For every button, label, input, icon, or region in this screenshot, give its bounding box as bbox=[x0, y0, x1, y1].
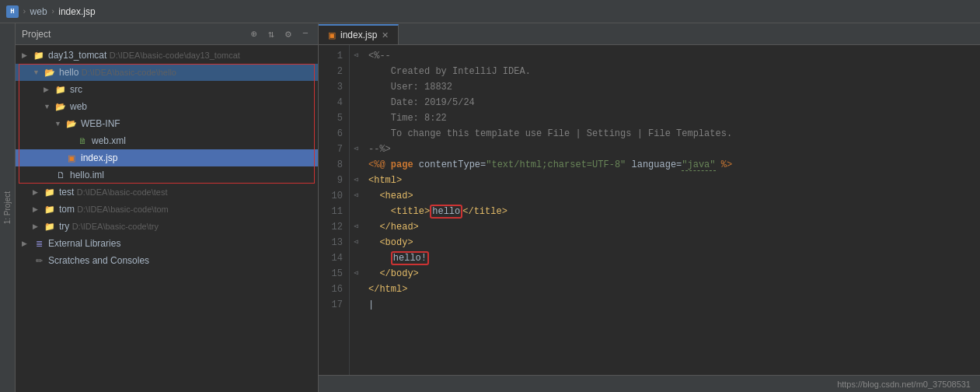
arrow-scratches bbox=[22, 257, 33, 264]
arrow-webinf: ▼ bbox=[54, 120, 65, 128]
tree-item-web[interactable]: ▼ 📂 web bbox=[16, 98, 318, 115]
status-bar: https://blog.csdn.net/m0_37508531 bbox=[319, 375, 980, 392]
tree-label-helloiml: hello.iml bbox=[70, 170, 104, 180]
tree-item-hello[interactable]: ▼ 📂 hello D:\IDEA\basic-code\hello bbox=[16, 64, 318, 81]
folder-icon-hello: 📂 bbox=[44, 66, 56, 79]
folder-icon-test: 📁 bbox=[44, 186, 56, 198]
tree-label-extlibs: External Libraries bbox=[48, 238, 120, 249]
file-icon-indexjsp: ▣ bbox=[65, 152, 78, 164]
fold-3 bbox=[350, 79, 362, 95]
folder-icon-try: 📁 bbox=[44, 220, 56, 233]
project-tree: ▶ 📁 day13_tomcat D:\IDEA\basic-code\day1… bbox=[16, 45, 318, 392]
tree-item-src[interactable]: ▶ 📁 src bbox=[16, 81, 318, 98]
fold-4 bbox=[350, 95, 362, 110]
editor-content: 12345 678910 1112131415 1617 ⊲ ⊲ ⊲ ⊲ ⊲ ⊲ bbox=[319, 45, 980, 375]
fold-10[interactable]: ⊲ bbox=[350, 188, 362, 204]
globe-toolbar-icon[interactable]: ⊕ bbox=[248, 28, 260, 40]
file-icon-webxml: 🗎 bbox=[76, 135, 89, 147]
arrow-day13: ▶ bbox=[22, 51, 33, 59]
fold-8 bbox=[350, 157, 362, 173]
arrow-web: ▼ bbox=[44, 103, 54, 110]
tab-label: index.jsp bbox=[340, 30, 377, 40]
breadcrumb-web: web bbox=[30, 6, 47, 17]
tab-file-icon: ▣ bbox=[328, 30, 336, 40]
tree-label-hello: hello D:\IDEA\basic-code\hello bbox=[59, 67, 176, 78]
libraries-icon: ≣ bbox=[33, 237, 45, 250]
tree-label-webxml: web.xml bbox=[92, 135, 126, 146]
arrow-hello: ▼ bbox=[33, 68, 44, 76]
sidebar-strip: 1: Project bbox=[0, 23, 16, 392]
sidebar-strip-label: 1: Project bbox=[3, 191, 12, 224]
editor-area: ▣ index.jsp ✕ 12345 678910 1112131415 16… bbox=[319, 23, 980, 392]
fold-7[interactable]: ⊲ bbox=[350, 142, 362, 157]
tree-item-extlibs[interactable]: ▶ ≣ External Libraries bbox=[16, 235, 318, 252]
gear-toolbar-icon[interactable]: ⚙ bbox=[282, 28, 295, 40]
folder-icon-src: 📁 bbox=[54, 83, 67, 96]
arrow-try: ▶ bbox=[33, 222, 44, 230]
fold-5 bbox=[350, 110, 362, 126]
fold-2 bbox=[350, 64, 362, 79]
arrow-test: ▶ bbox=[33, 188, 44, 196]
arrow-tom: ▶ bbox=[33, 205, 44, 213]
tree-item-indexjsp[interactable]: ▣ index.jsp bbox=[16, 149, 318, 166]
folder-icon-tom: 📁 bbox=[44, 203, 56, 215]
tree-label-try: try D:\IDEA\basic-code\try bbox=[59, 221, 159, 232]
fold-6 bbox=[350, 126, 362, 142]
tree-item-scratches[interactable]: ✏ Scratches and Consoles bbox=[16, 252, 318, 269]
status-url: https://blog.csdn.net/m0_37508531 bbox=[837, 380, 971, 389]
breadcrumb-file: index.jsp bbox=[58, 6, 95, 17]
fold-12[interactable]: ⊲ bbox=[350, 219, 362, 235]
project-toolbar: Project ⊕ ⇅ ⚙ − bbox=[16, 23, 318, 45]
editor-tabs: ▣ index.jsp ✕ bbox=[319, 23, 980, 45]
tab-close-icon[interactable]: ✕ bbox=[382, 30, 389, 40]
tree-item-try[interactable]: ▶ 📁 try D:\IDEA\basic-code\try bbox=[16, 218, 318, 235]
tree-item-webxml[interactable]: 🗎 web.xml bbox=[16, 132, 318, 149]
fold-1[interactable]: ⊲ bbox=[350, 48, 362, 64]
tree-label-day13: day13_tomcat D:\IDEA\basic-code\day13_to… bbox=[48, 50, 240, 61]
tree-item-helloiml[interactable]: 🗋 hello.iml bbox=[16, 166, 318, 184]
arrow-indexjsp bbox=[54, 154, 65, 162]
fold-9[interactable]: ⊲ bbox=[350, 173, 362, 188]
fold-14 bbox=[350, 250, 362, 266]
project-panel: Project ⊕ ⇅ ⚙ − ▶ 📁 day13_tomcat D:\IDEA… bbox=[16, 23, 319, 392]
tree-label-webinf: WEB-INF bbox=[81, 118, 120, 129]
fold-11 bbox=[350, 204, 362, 219]
hello-section: ▼ 📂 hello D:\IDEA\basic-code\hello ▶ 📁 s… bbox=[16, 64, 318, 184]
arrow-extlibs: ▶ bbox=[22, 240, 33, 247]
arrows-toolbar-icon[interactable]: ⇅ bbox=[265, 28, 277, 40]
tree-label-indexjsp: index.jsp bbox=[81, 152, 117, 163]
tree-item-tom[interactable]: ▶ 📁 tom D:\IDEA\basic-code\tom bbox=[16, 201, 318, 218]
scratches-icon: ✏ bbox=[33, 254, 45, 267]
fold-gutter: ⊲ ⊲ ⊲ ⊲ ⊲ ⊲ ⊲ bbox=[350, 45, 362, 375]
fold-17 bbox=[350, 297, 362, 313]
tree-item-test[interactable]: ▶ 📁 test D:\IDEA\basic-code\test bbox=[16, 184, 318, 201]
tree-label-scratches: Scratches and Consoles bbox=[48, 255, 149, 266]
arrow-helloiml bbox=[44, 171, 54, 179]
line-numbers: 12345 678910 1112131415 1617 bbox=[319, 45, 350, 375]
tree-label-tom: tom D:\IDEA\basic-code\tom bbox=[59, 204, 169, 215]
file-icon-helloiml: 🗋 bbox=[54, 169, 67, 181]
minus-toolbar-icon[interactable]: − bbox=[299, 28, 312, 40]
folder-icon-web: 📂 bbox=[54, 100, 67, 113]
tab-indexjsp[interactable]: ▣ index.jsp ✕ bbox=[319, 24, 399, 44]
arrow-webxml bbox=[65, 137, 76, 145]
top-bar: H › web › index.jsp bbox=[0, 0, 980, 23]
tree-label-web: web bbox=[70, 101, 87, 112]
folder-icon-webinf: 📂 bbox=[65, 117, 78, 130]
app-icon: H bbox=[6, 5, 19, 18]
tree-item-day13[interactable]: ▶ 📁 day13_tomcat D:\IDEA\basic-code\day1… bbox=[16, 47, 318, 64]
fold-13[interactable]: ⊲ bbox=[350, 235, 362, 250]
tree-label-src: src bbox=[70, 84, 82, 95]
tree-label-test: test D:\IDEA\basic-code\test bbox=[59, 187, 167, 198]
project-toolbar-title: Project bbox=[22, 29, 243, 40]
arrow-src: ▶ bbox=[44, 86, 54, 93]
folder-icon-day13: 📁 bbox=[33, 49, 45, 61]
code-area[interactable]: <%-- Created by IntelliJ IDEA. User: 188… bbox=[362, 45, 980, 375]
tree-item-webinf[interactable]: ▼ 📂 WEB-INF bbox=[16, 115, 318, 132]
fold-16 bbox=[350, 282, 362, 297]
fold-15[interactable]: ⊲ bbox=[350, 266, 362, 282]
